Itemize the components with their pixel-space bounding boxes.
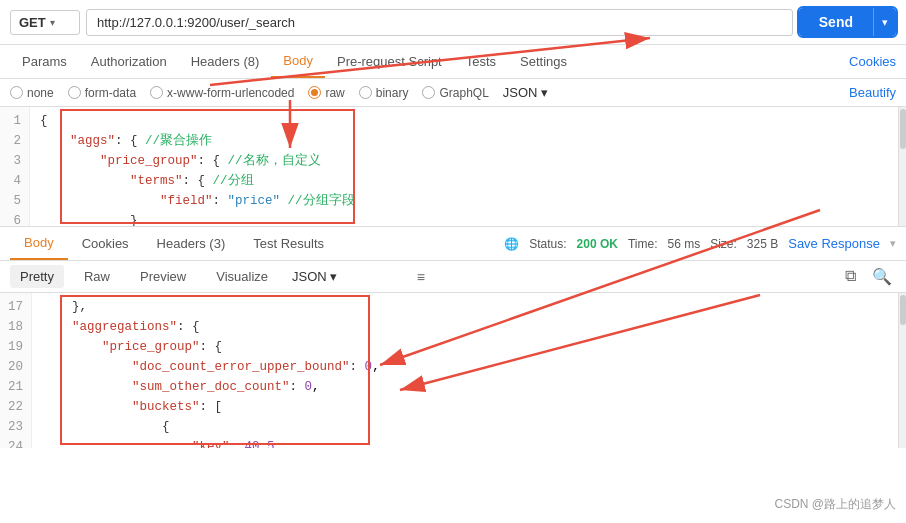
- chevron-down-icon: ▾: [50, 17, 55, 28]
- resp-json-select[interactable]: JSON ▾: [292, 269, 337, 284]
- filter-icon[interactable]: ≡: [417, 269, 425, 285]
- json-label: JSON: [503, 85, 538, 100]
- resp-scrollbar-thumb[interactable]: [900, 295, 906, 325]
- method-label: GET: [19, 15, 46, 30]
- radio-binary[interactable]: binary: [359, 86, 409, 100]
- resp-fmt-raw[interactable]: Raw: [74, 265, 120, 288]
- request-tabs-row: Params Authorization Headers (8) Body Pr…: [0, 45, 906, 79]
- send-dropdown-button[interactable]: ▾: [873, 8, 896, 36]
- radio-label-form-data: form-data: [85, 86, 136, 100]
- response-toolbar-icons: ≡ ⧉ 🔍: [417, 265, 896, 288]
- resp-json-chevron-icon: ▾: [330, 269, 337, 284]
- resp-scrollbar[interactable]: [898, 293, 906, 448]
- resp-code-line-17: },: [42, 297, 896, 317]
- body-format-row: none form-data x-www-form-urlencoded raw…: [0, 79, 906, 107]
- response-status-bar: 🌐 Status: 200 OK Time: 56 ms Size: 325 B…: [504, 236, 896, 251]
- code-line-4: "terms": { //分组: [40, 171, 896, 191]
- status-value: 200 OK: [577, 237, 618, 251]
- radio-dot-binary: [359, 86, 372, 99]
- resp-code-line-19: "price_group": {: [42, 337, 896, 357]
- request-line-numbers: 1 2 3 4 5 6 7: [0, 107, 30, 226]
- beautify-button[interactable]: Beautify: [849, 85, 896, 100]
- cookies-link[interactable]: Cookies: [849, 46, 896, 77]
- radio-label-raw: raw: [325, 86, 344, 100]
- response-section: Body Cookies Headers (3) Test Results 🌐 …: [0, 227, 906, 448]
- response-tabs-row: Body Cookies Headers (3) Test Results 🌐 …: [0, 227, 906, 261]
- response-code-editor: 17 18 19 20 21 22 23 24 25 }, "aggregati…: [0, 293, 906, 448]
- radio-dot-none: [10, 86, 23, 99]
- resp-fmt-pretty[interactable]: Pretty: [10, 265, 64, 288]
- tab-params[interactable]: Params: [10, 46, 79, 77]
- code-line-3: "price_group": { //名称，自定义: [40, 151, 896, 171]
- radio-urlencoded[interactable]: x-www-form-urlencoded: [150, 86, 294, 100]
- resp-code-line-21: "sum_other_doc_count": 0,: [42, 377, 896, 397]
- search-icon[interactable]: 🔍: [868, 265, 896, 288]
- code-line-5: "field": "price" //分组字段: [40, 191, 896, 211]
- radio-label-none: none: [27, 86, 54, 100]
- json-format-select[interactable]: JSON ▾: [503, 85, 548, 100]
- save-response-chevron[interactable]: ▾: [890, 237, 896, 250]
- tab-tests[interactable]: Tests: [454, 46, 508, 77]
- size-value: 325 B: [747, 237, 778, 251]
- radio-dot-form-data: [68, 86, 81, 99]
- status-label: Status:: [529, 237, 566, 251]
- radio-label-binary: binary: [376, 86, 409, 100]
- radio-none[interactable]: none: [10, 86, 54, 100]
- tab-body[interactable]: Body: [271, 45, 325, 78]
- tab-authorization[interactable]: Authorization: [79, 46, 179, 77]
- time-label: Time:: [628, 237, 658, 251]
- resp-tab-headers[interactable]: Headers (3): [143, 228, 240, 259]
- url-input[interactable]: [86, 9, 793, 36]
- resp-code-line-23: {: [42, 417, 896, 437]
- resp-code-line-24: "key": 40.5,: [42, 437, 896, 448]
- code-line-2: "aggs": { //聚合操作: [40, 131, 896, 151]
- response-line-numbers: 17 18 19 20 21 22 23 24 25: [0, 293, 32, 448]
- resp-tab-cookies[interactable]: Cookies: [68, 228, 143, 259]
- radio-label-graphql: GraphQL: [439, 86, 488, 100]
- csdn-watermark: CSDN @路上的追梦人: [774, 496, 896, 513]
- json-chevron-icon: ▾: [541, 85, 548, 100]
- url-bar: GET ▾ Send ▾: [0, 0, 906, 45]
- radio-graphql[interactable]: GraphQL: [422, 86, 488, 100]
- resp-fmt-visualize[interactable]: Visualize: [206, 265, 278, 288]
- radio-dot-urlencoded: [150, 86, 163, 99]
- radio-form-data[interactable]: form-data: [68, 86, 136, 100]
- tab-prerequest[interactable]: Pre-request Script: [325, 46, 454, 77]
- code-line-1: {: [40, 111, 896, 131]
- code-line-6: }: [40, 211, 896, 226]
- response-code-content[interactable]: }, "aggregations": { "price_group": { "d…: [32, 293, 906, 448]
- time-value: 56 ms: [667, 237, 700, 251]
- resp-tab-body[interactable]: Body: [10, 227, 68, 260]
- copy-icon[interactable]: ⧉: [841, 265, 860, 288]
- response-format-row: Pretty Raw Preview Visualize JSON ▾ ≡ ⧉ …: [0, 261, 906, 293]
- resp-code-line-22: "buckets": [: [42, 397, 896, 417]
- radio-raw[interactable]: raw: [308, 86, 344, 100]
- send-button[interactable]: Send: [799, 8, 873, 36]
- scrollbar[interactable]: [898, 107, 906, 226]
- resp-fmt-preview[interactable]: Preview: [130, 265, 196, 288]
- radio-dot-raw: [308, 86, 321, 99]
- request-code-editor: 1 2 3 4 5 6 7 { "aggs": { //聚合操作 "price_…: [0, 107, 906, 227]
- scrollbar-thumb[interactable]: [900, 109, 906, 149]
- save-response-button[interactable]: Save Response: [788, 236, 880, 251]
- resp-tab-test-results[interactable]: Test Results: [239, 228, 338, 259]
- resp-json-label: JSON: [292, 269, 327, 284]
- radio-label-urlencoded: x-www-form-urlencoded: [167, 86, 294, 100]
- method-select[interactable]: GET ▾: [10, 10, 80, 35]
- size-label: Size:: [710, 237, 737, 251]
- radio-dot-graphql: [422, 86, 435, 99]
- globe-icon: 🌐: [504, 237, 519, 251]
- tab-settings[interactable]: Settings: [508, 46, 579, 77]
- resp-code-line-18: "aggregations": {: [42, 317, 896, 337]
- send-button-group: Send ▾: [799, 8, 896, 36]
- request-code-content[interactable]: { "aggs": { //聚合操作 "price_group": { //名称…: [30, 107, 906, 226]
- resp-code-line-20: "doc_count_error_upper_bound": 0,: [42, 357, 896, 377]
- tab-headers[interactable]: Headers (8): [179, 46, 272, 77]
